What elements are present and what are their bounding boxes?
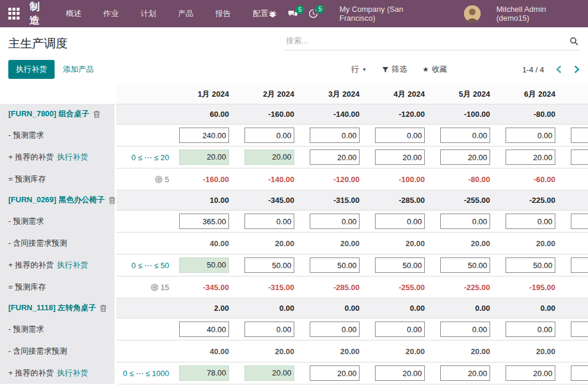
- product-2-demand-input-4[interactable]: [375, 214, 425, 229]
- product-1-demand-input-6[interactable]: [506, 128, 555, 143]
- rows-dropdown[interactable]: 行 ▼: [351, 64, 367, 75]
- product-1-replenish-link[interactable]: 执行补货: [57, 152, 88, 163]
- product-2-replenish-filled-1[interactable]: 50.00: [179, 257, 229, 273]
- product-1-demand-input-2[interactable]: [244, 128, 294, 143]
- product-1-demand-input-4[interactable]: [375, 128, 425, 143]
- product-2-starting-value-5: -255.00: [433, 196, 498, 205]
- company-switcher[interactable]: My Company (San Francisco): [339, 5, 438, 23]
- product-3-replenish-range: 0 ≤ ⋯ ≤ 1000: [116, 369, 172, 378]
- favorites-dropdown[interactable]: ★ 收藏: [422, 64, 447, 75]
- product-2-replenish-cell-1: 50.00: [172, 257, 237, 273]
- product-2-replenish-input-4[interactable]: [375, 257, 425, 273]
- product-2-stock-target-value: 15: [161, 283, 169, 292]
- product-3-replenish-input-5[interactable]: [440, 365, 490, 381]
- product-1-demand-input-7[interactable]: [571, 128, 588, 143]
- product-3-replenish-link[interactable]: 执行补货: [57, 368, 88, 378]
- forecast-demand-label: - 预测需求: [8, 324, 44, 335]
- product-2-demand-input-4-cell: [368, 214, 433, 229]
- product-3-replenish-input-partial[interactable]: [571, 365, 588, 381]
- nav-menu-item-1[interactable]: 概述: [66, 8, 81, 19]
- pager-next-icon[interactable]: [574, 65, 580, 74]
- product-2-demand-input-1-cell: [172, 214, 237, 229]
- product-2-replenish-input-5[interactable]: [440, 257, 490, 273]
- activities-clock-icon[interactable]: 5: [309, 9, 318, 18]
- product-3-indirect-demand-row-label-cell: - 含间接需求预测: [0, 340, 116, 362]
- product-1-replenish-filled-2[interactable]: 20.00: [244, 149, 294, 165]
- product-3-demand-input-3-cell: [303, 322, 368, 337]
- product-3-replenish-input-4[interactable]: [375, 365, 425, 381]
- product-1-replenish-input-5[interactable]: [440, 149, 490, 165]
- user-avatar[interactable]: [464, 5, 481, 22]
- product-1-replenish-filled-1[interactable]: 20.00: [179, 149, 229, 165]
- product-2-starting-value-2: -345.00: [237, 196, 303, 205]
- product-2-demand-input-5[interactable]: [440, 214, 490, 229]
- product-1-demand-input-1[interactable]: [179, 128, 229, 143]
- app-name[interactable]: 制造: [30, 0, 49, 27]
- filters-dropdown[interactable]: 筛选: [382, 64, 407, 75]
- product-3-demand-input-4[interactable]: [375, 322, 425, 337]
- user-menu[interactable]: Mitchell Admin (demo15): [496, 5, 579, 23]
- product-1-demand-input-1-cell: [172, 128, 237, 143]
- product-3-replenish-filled-2[interactable]: 20.00: [244, 365, 294, 381]
- product-3-indirect-demand-row-cells: 40.0020.0020.0020.0020.0020.00: [116, 340, 588, 362]
- nav-menu-item-2[interactable]: 作业: [103, 8, 119, 19]
- product-2-forecast-stock-row-cells: 15-345.00-315.00-285.00-255.00-225.00-19…: [116, 276, 588, 298]
- nav-menu-item-4[interactable]: 产品: [178, 8, 193, 19]
- product-1-replenish-input-6[interactable]: [506, 149, 555, 165]
- product-1-range-text: 0 ≤ ⋯ ≤ 20: [116, 153, 169, 162]
- nav-menu-item-5[interactable]: 报告: [215, 8, 231, 19]
- delete-product-2-icon[interactable]: [109, 196, 116, 204]
- product-1-name[interactable]: [FURN_7800] 组合桌子: [8, 109, 90, 119]
- product-2-demand-input-3[interactable]: [310, 214, 360, 229]
- add-product-button[interactable]: 添加产品: [55, 60, 102, 79]
- product-1-replenish-input-partial[interactable]: [571, 149, 588, 165]
- product-2-replenish-input-2[interactable]: [244, 257, 294, 273]
- product-3-replenish-input-3[interactable]: [310, 365, 360, 381]
- month-header-row-cells: 1月 20242月 20243月 20244月 20245月 20246月 20…: [116, 85, 588, 104]
- product-3-indirect-value-3: 20.00: [303, 347, 368, 356]
- product-3-demand-input-7[interactable]: [571, 322, 588, 337]
- product-1-replenish-input-4[interactable]: [375, 149, 425, 165]
- product-2-demand-input-1[interactable]: [179, 214, 229, 229]
- product-3-demand-input-6[interactable]: [506, 322, 555, 337]
- product-3-demand-input-3[interactable]: [310, 322, 360, 337]
- product-2-replenish-input-3[interactable]: [310, 257, 360, 273]
- product-2-replenish-input-6[interactable]: [506, 257, 555, 273]
- pager-previous-icon[interactable]: [556, 65, 562, 74]
- product-2-demand-input-6[interactable]: [506, 214, 555, 229]
- product-1-demand-input-5[interactable]: [440, 128, 490, 143]
- product-3-range-text: 0 ≤ ⋯ ≤ 1000: [116, 369, 169, 378]
- replenish-button[interactable]: 执行补货: [8, 60, 55, 79]
- product-3-starting-value-1: 2.00: [172, 304, 237, 313]
- product-3-demand-input-2[interactable]: [244, 322, 294, 337]
- messages-icon[interactable]: 5: [288, 9, 298, 18]
- product-3-indirect-value-text-4: 20.00: [405, 347, 425, 356]
- search-icon[interactable]: [570, 37, 579, 46]
- delete-product-1-icon[interactable]: [93, 110, 100, 118]
- product-2-replenish-input-partial[interactable]: [571, 257, 588, 273]
- product-3-demand-input-5[interactable]: [440, 322, 490, 337]
- search-input[interactable]: 搜索...: [285, 33, 580, 50]
- product-3-replenish-input-6[interactable]: [506, 365, 555, 381]
- product-2-replenish-link[interactable]: 执行补货: [57, 260, 88, 271]
- delete-product-3-icon[interactable]: [100, 304, 107, 312]
- product-2-name[interactable]: [FURN_0269] 黑色办公椅子: [8, 195, 105, 205]
- debug-bug-icon[interactable]: [268, 9, 277, 18]
- product-2-stock-value-4: -255.00: [368, 283, 433, 292]
- product-3-replenish-filled-1[interactable]: 78.00: [179, 365, 229, 381]
- product-2-forecast-stock-row: = 预测库存15-345.00-315.00-285.00-255.00-225…: [0, 276, 588, 298]
- product-1-forecast-demand-row: - 预测需求: [0, 124, 588, 146]
- product-2-demand-input-2[interactable]: [244, 214, 294, 229]
- product-2-demand-input-7[interactable]: [571, 214, 588, 229]
- nav-menu-item-3[interactable]: 计划: [141, 8, 156, 19]
- product-1-replenish-input-3[interactable]: [310, 149, 360, 165]
- product-1-demand-input-3[interactable]: [310, 128, 360, 143]
- apps-menu-icon[interactable]: [8, 8, 20, 20]
- product-2-replenish-input-6-cell: [498, 257, 564, 273]
- product-3-name[interactable]: [FURN_1118] 左转角桌子: [8, 303, 96, 313]
- product-2-stock-value-text-4: -255.00: [399, 283, 425, 292]
- product-3-demand-input-1[interactable]: [179, 322, 229, 337]
- product-2-demand-input-6-cell: [498, 214, 564, 229]
- month-header-2: 2月 2024: [237, 89, 303, 100]
- nav-menu-item-6[interactable]: 配置: [253, 8, 268, 19]
